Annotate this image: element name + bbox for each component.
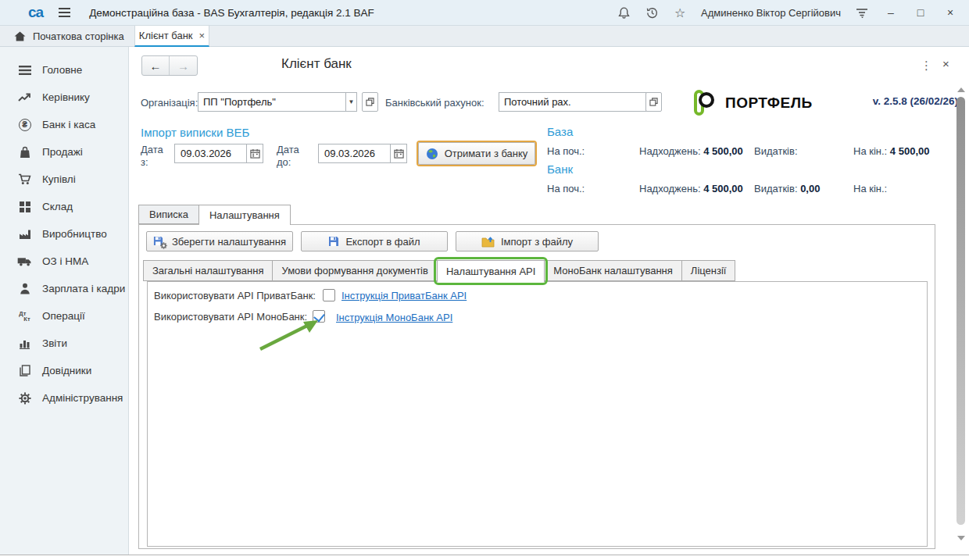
floppy-disk-icon [328,236,339,247]
sidebar-item-label: Адміністрування [42,392,123,404]
hryvnia-coin-icon: ₴ [17,118,32,132]
base-expense-cell: Видатків: [754,145,798,157]
window-minimize-button[interactable]: – [883,6,899,19]
notifications-bell-icon[interactable] [617,5,631,20]
organization-dropdown-icon[interactable]: ▼ [345,92,357,112]
import-from-file-button[interactable]: Імпорт з файлу [456,231,599,251]
bank-account-input[interactable] [499,92,646,112]
base-beginning-cell: На поч.: [547,145,585,157]
subtab-licenses[interactable]: Ліцензії [682,260,736,281]
window-maximize-button[interactable]: □ [913,6,928,19]
tab-statement[interactable]: Виписка [138,205,199,224]
sidebar-item-label: Головне [42,64,82,76]
sidebar-item-label: Зарплата і кадри [42,283,125,294]
save-settings-label: Зберегти налаштування [172,236,286,248]
sidebar-nav: Головне Керівнику ₴ Банк і каса Продажі … [0,47,129,555]
use-privatbank-api-label: Використовувати API ПриватБанк: [154,290,316,301]
factory-icon [17,227,32,241]
tab-close-icon[interactable]: × [199,30,206,41]
favorites-star-icon[interactable]: ☆ [673,5,687,20]
form-close-icon[interactable]: × [942,57,949,70]
tab-home-page[interactable]: Початкова сторінка [5,26,134,47]
sidebar-item-zarplata-i-kadry[interactable]: Зарплата і кадри [0,275,128,302]
home-tab-label: Початкова сторінка [33,30,124,42]
current-user-name[interactable]: Админенко Віктор Сергійович [701,7,841,19]
sidebar-item-kupivli[interactable]: Купівлі [0,166,128,193]
tools-menu-icon[interactable] [855,5,869,20]
nav-back-button[interactable]: ← [142,56,170,75]
window-close-button[interactable]: × [942,6,958,19]
tab-client-bank[interactable]: Клієнт банк × [134,26,209,47]
organization-label: Організація: [141,97,198,109]
get-from-bank-button[interactable]: Отримати з банку [418,142,535,165]
sidebar-item-label: Купівлі [42,173,76,185]
subtab-api-settings-label: Налаштування API [446,266,535,277]
sidebar-item-label: ОЗ і НМА [42,255,88,267]
base-ending-cell: На кін.: 4 500,00 [853,145,929,157]
sidebar-item-label: Виробництво [42,228,107,240]
nav-history-group: ← → [141,55,198,76]
sidebar-item-holovne[interactable]: Головне [0,56,128,84]
privatbank-api-instruction-link[interactable]: Інструкція ПриватБанк API [341,290,467,301]
menu-lines-icon [17,63,32,77]
summary-base-title[interactable]: База [547,125,573,138]
tab-settings[interactable]: Налаштування [199,205,291,225]
main-menu-button[interactable] [59,8,70,17]
sidebar-item-oz-i-nma[interactable]: ОЗ і НМА [0,248,128,275]
sidebar-item-administruvannia[interactable]: Адміністрування [0,384,128,412]
bank-account-open-button[interactable] [645,92,662,112]
scrollbar-thumb[interactable] [956,97,965,525]
open-in-new-icon [649,98,658,106]
date-from-input[interactable] [174,144,246,163]
folder-upload-icon [481,236,495,248]
subtab-api-settings[interactable]: Налаштування API [438,260,545,282]
calendar-icon[interactable] [390,144,407,163]
history-icon[interactable] [645,5,659,20]
export-to-file-button[interactable]: Експорт в файл [301,231,448,251]
date-from-label: Дата з: [141,144,172,169]
sidebar-item-dovidnyky[interactable]: Довідники [0,357,128,384]
calendar-icon[interactable] [246,144,263,163]
sidebar-item-kerivnyku[interactable]: Керівнику [0,84,128,111]
statement-settings-tabs: Виписка Налаштування [138,205,291,225]
settings-toolbar: Зберегти налаштування Експорт в файл Імп… [146,231,599,251]
organization-open-button[interactable] [362,92,378,112]
use-monobank-api-checkbox[interactable] [313,310,325,323]
nav-forward-button[interactable]: → [170,56,197,75]
sidebar-item-prodazhi[interactable]: Продажі [0,138,128,166]
scroll-up-arrow[interactable] [957,87,965,92]
sidebar-item-label: Операції [42,310,85,322]
sidebar-item-operatsii[interactable]: ДтКт Операції [0,302,128,330]
summary-bank-title[interactable]: Банк [547,162,573,176]
portfel-logo-icon [694,88,720,118]
monobank-api-instruction-link[interactable]: Інструкція МоноБанк API [336,312,452,323]
home-icon [14,31,26,41]
portfel-brand: ПОРТФЕЛЬ [694,88,813,118]
scroll-down-arrow[interactable] [957,536,965,540]
sidebar-item-label: Банк і каса [42,119,95,130]
sidebar-item-vyrobnytstvo[interactable]: Виробництво [0,220,128,248]
more-menu-icon[interactable]: ⋮ [921,59,932,73]
shopping-cart-icon [17,173,32,187]
sidebar-item-bank-i-kasa[interactable]: ₴ Банк і каса [0,111,128,138]
subtab-monobank-settings[interactable]: МоноБанк налаштування [545,260,682,281]
tabstrip: Початкова сторінка Клієнт банк × [0,26,969,47]
vertical-scrollbar [955,84,967,547]
date-to-input[interactable] [318,144,390,163]
subtab-document-conditions[interactable]: Умови формування документів [273,260,437,281]
save-settings-button[interactable]: Зберегти налаштування [146,231,293,251]
sidebar-item-sklad[interactable]: Склад [0,193,128,220]
use-privatbank-api-checkbox[interactable] [323,289,335,301]
app-logo-icon: ca [28,4,43,21]
settings-subtabs: Загальні налаштування Умови формування д… [143,260,735,282]
bar-chart-icon [17,337,32,351]
person-icon [17,282,32,296]
grid-boxes-icon [17,200,32,214]
debit-credit-icon: ДтКт [17,309,32,323]
organization-input[interactable] [198,92,345,112]
subtab-general-settings[interactable]: Загальні налаштування [143,260,273,281]
bank-beginning-cell: На поч.: [547,183,585,194]
sidebar-item-zvity[interactable]: Звіти [0,330,128,357]
bank-account-label: Банківський рахунок: [385,97,484,109]
trend-chart-icon [17,91,32,105]
